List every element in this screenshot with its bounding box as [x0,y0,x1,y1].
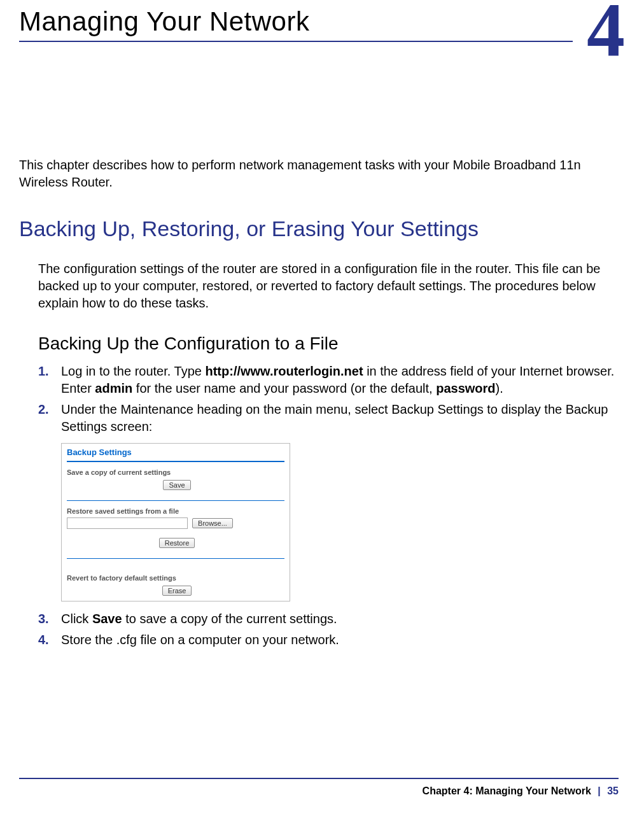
subsection-heading: Backing Up the Configuration to a File [38,334,619,354]
footer-divider [19,778,619,779]
backup-settings-screenshot: Backup Settings Save a copy of current s… [61,443,290,601]
step-bold: password [436,381,495,395]
screenshot-section-label: Save a copy of current settings [62,462,290,476]
chapter-title: Managing Your Network [19,6,619,37]
step-text: for the user name and your password (or … [132,381,436,395]
chapter-number-badge: 4 [587,0,625,69]
step-text: Click [61,612,92,626]
step-3: 3. Click Save to save a copy of the curr… [38,610,619,628]
step-text: to save a copy of the current settings. [122,612,337,626]
step-text: Log in to the router. Type [61,364,205,378]
step-bold: Save [92,612,122,626]
step-number: 2. [38,401,49,418]
step-number: 4. [38,631,49,649]
step-number: 1. [38,363,49,380]
step-number: 3. [38,610,49,628]
screenshot-section-label: Restore saved settings from a file [62,501,290,515]
steps-list: 1. Log in to the router. Type http://www… [38,363,619,435]
footer-chapter-label: Chapter 4: Managing Your Network [423,785,591,796]
step-text: Store the .cfg file on a computer on you… [61,633,339,647]
page-footer: Chapter 4: Managing Your Network | 35 [19,778,619,797]
step-bold: http://www.routerlogin.net [205,364,363,378]
footer-separator: | [598,785,600,796]
step-bold: admin [95,381,132,395]
step-text: ). [496,381,503,395]
browse-button[interactable]: Browse... [192,518,233,528]
section-paragraph: The configuration settings of the router… [38,260,619,312]
step-1: 1. Log in to the router. Type http://www… [38,363,619,397]
section-heading: Backing Up, Restoring, or Erasing Your S… [19,216,619,241]
page-number: 35 [607,785,619,796]
restore-button[interactable]: Restore [159,538,195,548]
step-2: 2. Under the Maintenance heading on the … [38,401,619,435]
erase-button[interactable]: Erase [162,586,192,596]
save-button[interactable]: Save [163,480,190,490]
step-4: 4. Store the .cfg file on a computer on … [38,631,619,649]
screenshot-section-label: Revert to factory default settings [62,568,290,582]
screenshot-title: Backup Settings [62,444,290,460]
step-text: Under the Maintenance heading on the mai… [61,402,608,433]
file-path-input[interactable] [67,517,188,529]
title-divider [19,41,573,42]
steps-list-cont: 3. Click Save to save a copy of the curr… [38,610,619,649]
intro-paragraph: This chapter describes how to perform ne… [19,157,619,191]
